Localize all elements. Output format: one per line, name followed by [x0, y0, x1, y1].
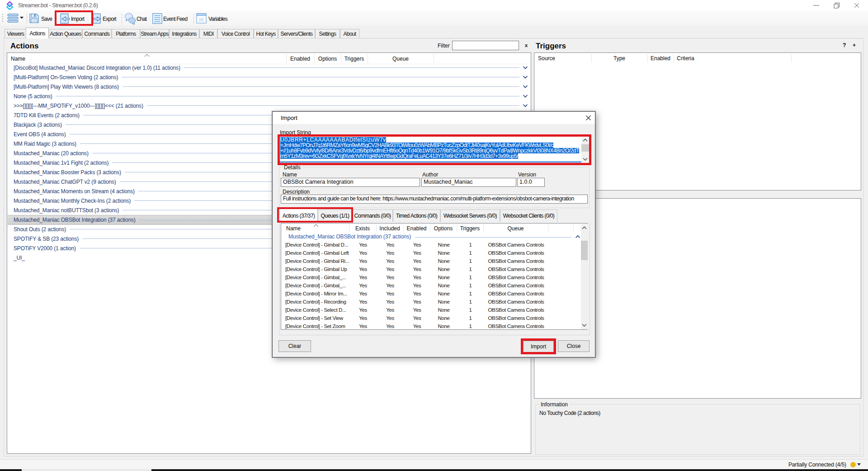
svg-text:[x]: [x]	[199, 17, 204, 22]
